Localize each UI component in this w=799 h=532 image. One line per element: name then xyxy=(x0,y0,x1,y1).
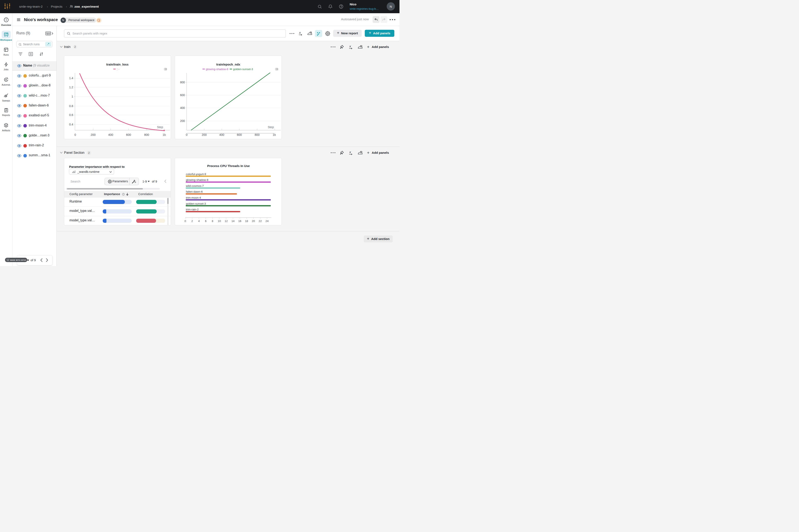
svg-text:12: 12 xyxy=(225,220,228,223)
svg-text:Process CPU Threads In Use: Process CPU Threads In Use xyxy=(207,164,250,168)
svg-text:4: 4 xyxy=(198,220,199,223)
svg-text:200: 200 xyxy=(91,133,95,136)
svg-text:golden-sunset-3: golden-sunset-3 xyxy=(186,202,206,205)
svg-text:glowing-shadow-8: glowing-shadow-8 xyxy=(206,68,228,71)
svg-text:train/epoch_ndx: train/epoch_ndx xyxy=(216,62,240,66)
svg-text:16: 16 xyxy=(238,220,241,223)
svg-text:24: 24 xyxy=(265,220,269,223)
svg-text:1.2: 1.2 xyxy=(69,86,73,89)
svg-text:600: 600 xyxy=(180,93,185,97)
svg-text:200: 200 xyxy=(180,119,185,122)
svg-text:10: 10 xyxy=(217,220,221,223)
svg-text:400: 400 xyxy=(180,106,185,109)
svg-text:18: 18 xyxy=(245,220,248,223)
svg-text:8: 8 xyxy=(212,220,213,223)
svg-text:x: x xyxy=(299,31,301,34)
svg-text:Step: Step xyxy=(268,126,274,129)
svg-text:0: 0 xyxy=(74,133,76,136)
svg-text:800: 800 xyxy=(144,133,149,136)
svg-text:: -: : - xyxy=(117,68,119,71)
svg-text:1.4: 1.4 xyxy=(69,76,73,80)
svg-text:14: 14 xyxy=(231,220,234,223)
svg-text:wild-cosmos-7: wild-cosmos-7 xyxy=(186,184,204,187)
svg-text:20: 20 xyxy=(252,220,255,223)
svg-text:0: 0 xyxy=(184,220,186,223)
svg-text:0.6: 0.6 xyxy=(69,113,73,117)
svg-text:0.8: 0.8 xyxy=(69,104,73,108)
svg-text:1: 1 xyxy=(72,95,73,98)
svg-text:600: 600 xyxy=(126,133,131,136)
svg-text:colorful-yogurt-9: colorful-yogurt-9 xyxy=(186,172,206,175)
svg-text:800: 800 xyxy=(180,81,185,84)
svg-text:fallen-dawn-6: fallen-dawn-6 xyxy=(186,190,203,193)
svg-text:1k: 1k xyxy=(163,133,166,136)
svg-text:2: 2 xyxy=(191,220,193,223)
svg-text:trim-rain-2: trim-rain-2 xyxy=(186,208,198,211)
svg-text:x: x xyxy=(349,45,351,48)
svg-text:x: x xyxy=(349,150,351,154)
svg-text:train/train_loss: train/train_loss xyxy=(106,62,129,66)
svg-text:glowing-shadow-8: glowing-shadow-8 xyxy=(186,178,208,182)
svg-text:0.4: 0.4 xyxy=(69,122,73,126)
svg-text:Step: Step xyxy=(157,126,163,129)
svg-text:trim-moon-4: trim-moon-4 xyxy=(186,196,201,199)
svg-text:22: 22 xyxy=(259,220,262,223)
svg-text:golden-sunset-3: golden-sunset-3 xyxy=(233,68,253,71)
svg-text:6: 6 xyxy=(205,220,207,223)
svg-text:400: 400 xyxy=(108,133,113,136)
